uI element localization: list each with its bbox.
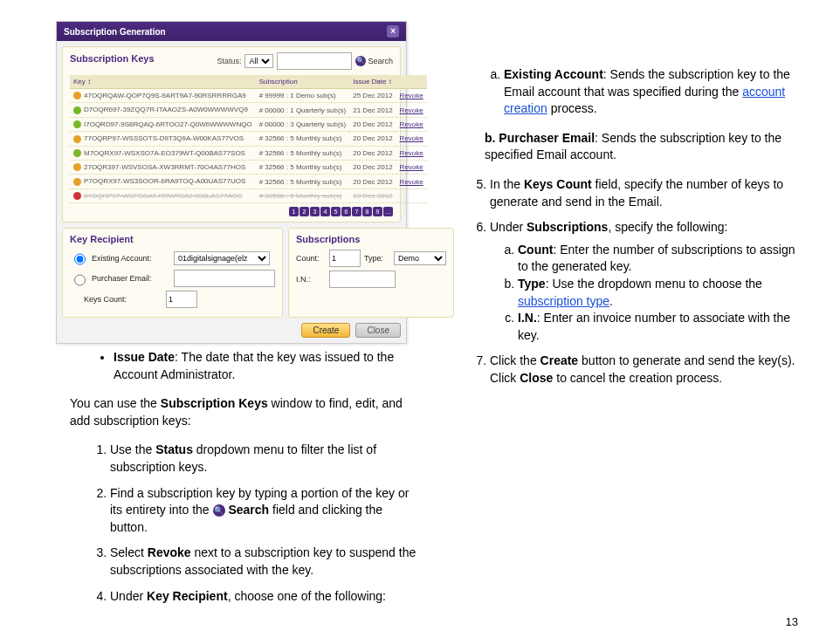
type-label: Type: [364, 254, 390, 263]
table-row: 47OQRQAW-QOP7Q9S-9ART9A7-90RSRRRRGA9# 99… [70, 89, 427, 103]
revoke-link[interactable]: Revoke [400, 134, 423, 142]
col-issue-date[interactable]: Issue Date ↕ [349, 75, 396, 89]
intro-paragraph: You can use the Subscription Keys window… [70, 395, 419, 429]
revoke-link[interactable]: Revoke [400, 149, 423, 157]
step-4a: Existing Account: Sends the subscription… [504, 66, 799, 118]
table-row: M7OQRX97-WSXSO7A-EO379WT-Q00BAS77SOS# 32… [70, 146, 427, 160]
status-select[interactable]: All [244, 54, 273, 68]
key-recipient-title: Key Recipient [70, 234, 275, 244]
step-3: Select Revoke next to a subscription key… [110, 545, 419, 579]
revoke-link[interactable]: Revoke [400, 163, 423, 171]
subscriptions-title: Subscriptions [296, 234, 446, 244]
close-button[interactable]: Close [355, 323, 401, 338]
pager-page[interactable]: 6 [341, 207, 351, 216]
create-button[interactable]: Create [301, 323, 350, 338]
status-icon [73, 92, 81, 99]
in-label: I.N.: [296, 275, 326, 284]
step-1: Use the Status dropdown menu to filter t… [110, 442, 419, 476]
search-icon: 🔍 [213, 504, 225, 517]
window-titlebar: Subscription Generation × [57, 22, 406, 41]
step-6c: I.N.: Enter an invoice number to associa… [518, 310, 799, 344]
revoke-link[interactable]: Revoke [400, 120, 423, 128]
table-row: D7OQR697-39ZQQ7R-ITAAOZS-A0W0WWWWVQ9# 00… [70, 103, 427, 117]
type-select[interactable]: Demo [394, 251, 446, 265]
step-4: Under Key Recipient, choose one of the f… [110, 588, 419, 606]
search-button[interactable]: 🔍 Search [355, 56, 393, 66]
existing-account-label: Existing Account: [92, 254, 170, 263]
pager-page[interactable]: 1 [289, 207, 299, 216]
table-row: 77OQRP97-WSSSOTS-D9T3Q9A-W00KAS77VOS# 32… [70, 132, 427, 146]
step-5: In the Keys Count field, specify the num… [490, 176, 799, 210]
col-key[interactable]: Key ↕ [70, 75, 256, 89]
pager-page[interactable]: 3 [310, 207, 320, 216]
status-icon [73, 149, 81, 157]
pager-page[interactable]: … [383, 207, 393, 216]
revoke-link[interactable]: Revoke [400, 92, 423, 99]
pager-page[interactable]: 5 [331, 207, 341, 216]
status-icon [73, 163, 81, 171]
in-input[interactable] [329, 271, 396, 288]
pager-page[interactable]: 4 [320, 207, 330, 216]
purchaser-email-label: Purchaser Email: [92, 274, 170, 283]
existing-account-select[interactable]: 01digitalsignage(elz [174, 251, 270, 265]
table-row: P7OQRX97-WS3SOOR-6RA9TOQ-A00UAS77UOS# 32… [70, 175, 427, 188]
keys-count-label: Keys Count: [84, 295, 162, 304]
step-2: Find a subscription key by typing a port… [110, 485, 419, 537]
step-6b: Type: Use the dropdown menu to choose th… [518, 276, 799, 310]
col-subscription: Subscription [256, 75, 350, 89]
status-icon [73, 135, 81, 143]
table-row: 27OQR397-WSVSOSA-XW3RRMT-70O4AS77HOS# 32… [70, 160, 427, 174]
step-6: Under Subscriptions, specify the followi… [490, 219, 799, 344]
keys-table: Key ↕ Subscription Issue Date ↕ 47OQRQAW… [70, 75, 427, 203]
pager-page[interactable]: 8 [362, 207, 372, 216]
panel-title: Subscription Keys [70, 53, 155, 64]
window-close-icon[interactable]: × [387, 25, 399, 38]
search-icon: 🔍 [355, 56, 366, 66]
key-recipient-panel: Key Recipient Existing Account: 01digita… [62, 228, 283, 318]
step-6a: Count: Enter the number of subscriptions… [518, 242, 799, 276]
pager-page[interactable]: 2 [299, 207, 309, 216]
page-number: 13 [786, 615, 798, 628]
pager-page[interactable]: 7 [352, 207, 361, 216]
status-icon [73, 192, 81, 200]
count-label: Count: [296, 254, 326, 263]
pager-page[interactable]: 9 [373, 207, 382, 216]
step-4b: b. Purchaser Email: Sends the subscripti… [450, 130, 799, 164]
button-bar: Create Close [57, 323, 401, 338]
subscription-type-link[interactable]: subscription type [518, 294, 609, 308]
subscription-keys-panel: Subscription Keys Status: All 🔍 Search K… [62, 46, 401, 223]
doc-left-column: Issue Date: The date that the key was is… [70, 349, 419, 613]
revoke-link[interactable]: Revoke [400, 106, 423, 114]
subscriptions-panel: Subscriptions Count: Type: Demo I.N.: [288, 228, 454, 318]
status-icon [73, 106, 81, 114]
status-icon [73, 120, 81, 128]
issue-date-bullet: Issue Date: The date that the key was is… [114, 349, 419, 383]
doc-right-column: Existing Account: Sends the subscription… [450, 61, 799, 396]
existing-account-radio[interactable] [74, 252, 86, 266]
window-title: Subscription Generation [64, 27, 166, 37]
search-input[interactable] [277, 52, 352, 70]
subscription-generation-window: Subscription Generation × Subscription K… [56, 21, 407, 344]
purchaser-email-input[interactable] [174, 270, 275, 287]
revoke-link[interactable]: Revoke [400, 178, 423, 186]
count-input[interactable] [329, 250, 361, 267]
pager: 123456789… [70, 207, 393, 216]
step-7: Click the Create button to generate and … [490, 353, 799, 387]
keys-count-input[interactable] [166, 291, 197, 308]
table-row: I7OQRD97-9S6RQAQ-6RTOO27-Q0W6WWWWNQO# 00… [70, 117, 427, 131]
status-icon [73, 178, 81, 186]
filter-bar: Status: All 🔍 Search [217, 52, 393, 70]
status-label: Status: [217, 57, 241, 65]
table-row: 07OQRP97-WSPSOAT-RRWRS62-900LAS77AOS# 32… [70, 188, 427, 202]
purchaser-email-radio[interactable] [74, 273, 86, 287]
